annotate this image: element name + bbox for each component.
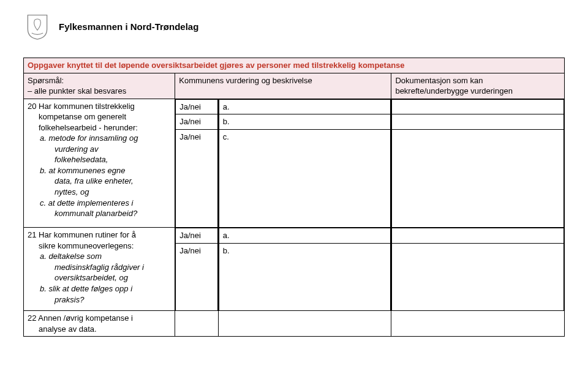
q20-doc-cell bbox=[391, 99, 565, 228]
q20-line3: folkehelsearbeid - herunder: bbox=[28, 122, 171, 133]
q21-assess-a[interactable]: a. bbox=[219, 228, 391, 244]
section-title-row: Oppgaver knyttet til det løpende oversik… bbox=[24, 58, 565, 73]
col-question: Spørsmål: – alle punkter skal besvares bbox=[24, 73, 175, 99]
q22-janei[interactable] bbox=[175, 311, 219, 337]
q20-b2: data, fra ulike enheter, bbox=[47, 176, 134, 185]
q21-b2: praksis? bbox=[47, 295, 84, 304]
questionnaire-table: Oppgaver knyttet til det løpende oversik… bbox=[23, 58, 565, 337]
q21-line2: sikre kommuneoverlegens: bbox=[28, 241, 171, 252]
question-label: Spørsmål: bbox=[28, 76, 64, 85]
q20-c2: kommunalt planarbeid? bbox=[47, 209, 137, 218]
q21-janei-a[interactable]: Ja/nei bbox=[176, 228, 218, 244]
q21-a1: a. deltakelse som bbox=[40, 252, 102, 261]
col-documentation: Dokumentasjon som kan bekrefte/underbygg… bbox=[391, 73, 565, 99]
q22-assess[interactable] bbox=[218, 311, 391, 337]
q20-assess-c[interactable]: c. bbox=[219, 129, 391, 227]
q20-b1: b. at kommunenes egne bbox=[40, 166, 125, 175]
q21-b1: b. slik at dette følges opp i bbox=[40, 284, 132, 293]
q20-a2: vurdering av bbox=[47, 144, 99, 154]
question-sublabel: – alle punkter skal besvares bbox=[28, 86, 126, 95]
q20-line1: 20 Har kommunen tilstrekkelig bbox=[28, 102, 135, 111]
q22-text: 22 Annen /øvrig kompetanse i analyse av … bbox=[24, 311, 175, 337]
page-header: Fylkesmannen i Nord-Trøndelag bbox=[23, 12, 565, 40]
q22-line2: analyse av data. bbox=[28, 324, 171, 335]
q20-text: 20 Har kommunen tilstrekkelig kompetanse… bbox=[24, 99, 175, 228]
q20-janei-a[interactable]: Ja/nei bbox=[176, 99, 218, 114]
q21-assess-cell: a. b. bbox=[218, 228, 391, 311]
q21-a3: oversiktsarbeidet, og bbox=[47, 273, 128, 282]
q21-janei-b[interactable]: Ja/nei bbox=[176, 243, 218, 310]
q20-janei-cell: Ja/nei Ja/nei Ja/nei bbox=[175, 99, 219, 228]
q22-line1: 22 Annen /øvrig kompetanse i bbox=[28, 313, 171, 324]
col-assessment: Kommunens vurdering og beskrivelse bbox=[175, 73, 391, 99]
q20-janei-b[interactable]: Ja/nei bbox=[176, 114, 218, 130]
q21-doc-cell bbox=[391, 228, 565, 311]
q20-line2: kompetanse om generelt bbox=[28, 111, 171, 122]
q20-a3: folkehelsedata, bbox=[47, 155, 108, 164]
row-q21: 21 Har kommunen rutiner for å sikre komm… bbox=[24, 228, 565, 311]
q22-doc[interactable] bbox=[391, 311, 565, 337]
q20-janei-c[interactable]: Ja/nei bbox=[176, 129, 218, 227]
q21-text: 21 Har kommunen rutiner for å sikre komm… bbox=[24, 228, 175, 311]
q20-b3: nyttes, og bbox=[47, 187, 89, 196]
q20-c1: c. at dette implementeres i bbox=[40, 198, 133, 208]
q20-a1: a. metode for innsamling og bbox=[40, 133, 138, 143]
crest-icon bbox=[23, 12, 51, 40]
q20-doc-c[interactable] bbox=[392, 129, 564, 227]
q21-a2: medisinskfaglig rådgiver i bbox=[47, 263, 144, 272]
documentation-line1: Dokumentasjon som kan bbox=[395, 76, 483, 85]
row-q22: 22 Annen /øvrig kompetanse i analyse av … bbox=[24, 311, 565, 337]
q20-doc-a[interactable] bbox=[392, 99, 564, 114]
q21-doc-a[interactable] bbox=[392, 228, 564, 244]
q21-doc-b[interactable] bbox=[392, 243, 564, 310]
org-name: Fylkesmannen i Nord-Trøndelag bbox=[59, 21, 198, 32]
q21-line1: 21 Har kommunen rutiner for å bbox=[28, 230, 136, 239]
q20-assess-a[interactable]: a. bbox=[219, 99, 391, 114]
documentation-line2: bekrefte/underbygge vurderingen bbox=[395, 86, 513, 95]
column-header-row: Spørsmål: – alle punkter skal besvares K… bbox=[24, 73, 565, 99]
q20-doc-b[interactable] bbox=[392, 114, 564, 130]
q20-assess-cell: a. b. c. bbox=[218, 99, 391, 228]
q21-assess-b[interactable]: b. bbox=[219, 243, 391, 310]
row-q20: 20 Har kommunen tilstrekkelig kompetanse… bbox=[24, 99, 565, 228]
section-title: Oppgaver knyttet til det løpende oversik… bbox=[24, 58, 565, 73]
q20-assess-b[interactable]: b. bbox=[219, 114, 391, 130]
q21-janei-cell: Ja/nei Ja/nei bbox=[175, 228, 219, 311]
